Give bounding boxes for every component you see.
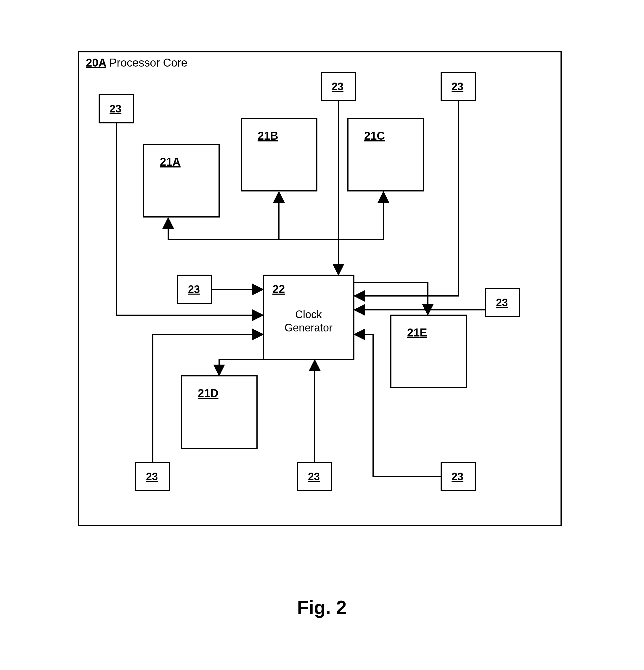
sensor-mid-right-label: 23 xyxy=(496,296,508,309)
block-21c-label: 21C xyxy=(364,130,385,142)
arrow-22-to-21d xyxy=(219,360,272,374)
block-21d-label: 21D xyxy=(198,387,219,400)
block-21e xyxy=(391,315,466,388)
sensor-mid-left-label: 23 xyxy=(188,283,200,295)
processor-core-title: 20A Processor Core xyxy=(86,56,187,69)
block-21d xyxy=(182,376,257,448)
block-21b xyxy=(241,118,317,191)
sensor-bottom-left-label: 23 xyxy=(146,471,158,483)
block-21e-label: 21E xyxy=(407,326,427,339)
sensor-bottom-middle-label: 23 xyxy=(308,471,320,483)
figure-caption: Fig. 2 xyxy=(297,597,346,618)
block-21c xyxy=(348,118,423,191)
diagram-canvas: 20A Processor Core 21A 21B 21C 21D 21E 2… xyxy=(0,0,644,670)
block-21b-label: 21B xyxy=(258,130,278,142)
arrow-22-to-21e xyxy=(354,283,428,314)
block-21a-label: 21A xyxy=(160,156,181,168)
clock-generator-ref: 22 xyxy=(272,283,285,295)
clock-generator-name1: Clock xyxy=(295,308,322,321)
block-21a xyxy=(144,144,219,217)
clock-generator-name2: Generator xyxy=(285,322,332,334)
sensor-top-right-label: 23 xyxy=(451,80,463,93)
sensor-bottom-right-label: 23 xyxy=(451,471,463,483)
sensor-top-left-label: 23 xyxy=(109,103,121,115)
sensor-top-middle-label: 23 xyxy=(332,80,343,93)
